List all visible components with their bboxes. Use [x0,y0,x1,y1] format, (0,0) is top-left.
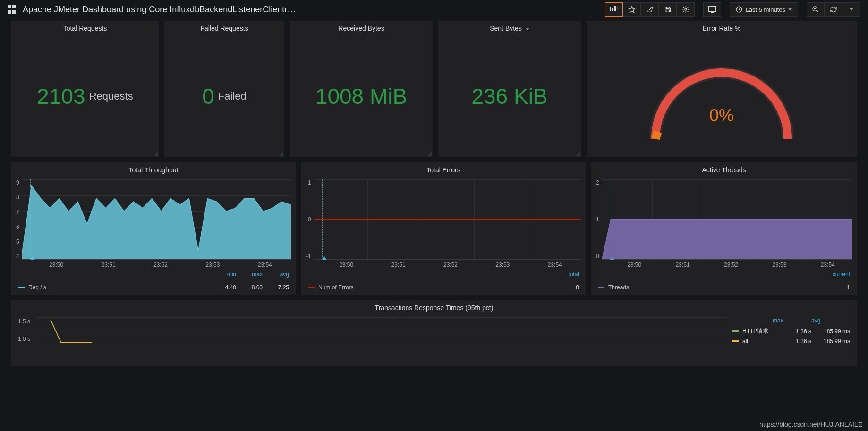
panel-title: Total Throughput [11,162,296,177]
legend-label: HTTP请求 [742,327,773,335]
stat-value: 236 KiB [471,84,547,109]
stat-value: 2103 [37,84,85,109]
panel-failed-requests[interactable]: Failed Requests 0 Failed [164,21,284,157]
y-axis: 10-1 [306,179,314,260]
star-button[interactable] [623,2,641,17]
x-axis: 23:5023:5123:5223:5323:54 [11,260,296,268]
legend-avg: 185.99 ms [811,328,850,335]
legend-item[interactable]: Threads 1 [591,281,857,295]
legend-swatch [308,287,315,288]
svg-line-10 [817,10,818,12]
panel-received-bytes[interactable]: Received Bytes 1008 MiB [290,21,433,157]
panel-title: Total Requests [11,21,159,36]
stat-suffix: Requests [89,90,133,102]
x-axis: 23:5023:5123:5223:5323:54 [301,260,586,268]
dashboard-grid: Total Requests 2103 Requests Failed Requ… [0,19,868,366]
x-axis: 23:5023:5123:5223:5323:54 [591,260,857,268]
legend-label: all [742,338,773,345]
svg-rect-1 [612,8,613,11]
legend-current: 1 [824,284,850,291]
resize-handle[interactable] [279,151,283,156]
panel-title: Active Threads [591,162,857,177]
legend-header: avg [811,317,850,324]
svg-rect-6 [708,7,716,11]
time-range-label: Last 5 minutes [745,6,785,13]
legend-item[interactable]: Num of Errors 0 [301,281,586,295]
panel-title[interactable]: Sent Bytes [438,21,581,36]
panel-total-errors[interactable]: Total Errors 10-1 23:5023:5123:5223:5 [301,162,586,295]
panel-total-requests[interactable]: Total Requests 2103 Requests [11,21,159,157]
panel-response-times[interactable]: Transactions Response Times (95th pct) 1… [11,300,857,366]
legend-max: 1.36 s [773,328,811,335]
legend-swatch [598,287,604,288]
refresh-button[interactable] [825,2,842,17]
y-axis: 987654 [16,179,22,260]
panel-title: Error Rate % [587,21,857,36]
panel-title: Total Errors [301,162,586,177]
svg-marker-4 [629,6,635,12]
settings-button[interactable] [677,2,695,17]
chart-plot[interactable] [314,179,581,260]
legend-swatch [732,330,739,332]
legend-swatch [18,287,25,288]
gauge: 0% [587,36,857,157]
chart-plot[interactable] [602,179,852,260]
toolbar: + [605,2,695,17]
chevron-down-icon [850,8,853,11]
legend-swatch [732,340,739,342]
legend-item[interactable]: all1.36 s185.99 ms [732,337,850,346]
chevron-down-icon [788,8,792,11]
legend-max: 1.36 s [773,338,811,345]
panel-title-text: Sent Bytes [490,25,522,32]
legend: min max avg [11,268,296,281]
panel-sent-bytes[interactable]: Sent Bytes 236 KiB [438,21,581,157]
topbar: Apache JMeter Dashboard using Core Influ… [0,0,868,19]
stat-suffix: Failed [218,90,247,102]
chart-plot[interactable] [22,179,291,260]
svg-rect-2 [614,6,616,11]
share-button[interactable] [641,2,659,17]
chart-plot[interactable] [37,317,727,346]
zoom-out-button[interactable] [807,2,825,17]
dashboard-title[interactable]: Apache JMeter Dashboard using Core Influ… [23,5,296,15]
gauge-value: 0% [709,106,734,126]
legend-item[interactable]: Req / s 4.40 8.60 7.25 [11,281,296,295]
resize-handle[interactable] [427,151,432,156]
legend-label: Req / s [28,284,46,291]
stat-value: 0 [202,84,214,109]
cycle-view-button[interactable] [703,2,721,17]
legend-header: max [773,317,811,324]
chevron-down-icon [526,28,529,30]
panel-title: Received Bytes [290,21,433,36]
legend-avg: 185.99 ms [811,338,850,345]
legend-avg: 7.25 [263,284,289,291]
resize-handle[interactable] [153,151,158,156]
panel-total-throughput[interactable]: Total Throughput 987654 23:5023:5123:522… [11,162,296,295]
stat-value: 1008 MiB [315,84,407,109]
time-range-button[interactable]: Last 5 minutes [730,2,798,17]
resize-handle[interactable] [575,151,580,156]
svg-rect-0 [610,7,611,11]
save-button[interactable] [659,2,677,17]
add-panel-button[interactable]: + [605,2,623,17]
panel-error-rate[interactable]: Error Rate % 0% [587,21,857,157]
legend-min: 4.40 [210,284,236,291]
refresh-interval-button[interactable] [842,2,860,17]
legend: max avg HTTP请求1.36 s185.99 msall1.36 s18… [732,317,850,346]
y-axis: 210 [596,179,602,260]
legend-total: 0 [553,284,579,291]
dashboard-icon[interactable] [8,5,17,14]
svg-text:+: + [616,6,618,10]
svg-point-5 [685,8,687,10]
legend-label: Num of Errors [318,284,354,291]
legend: total [301,268,586,281]
legend-item[interactable]: HTTP请求1.36 s185.99 ms [732,326,850,337]
legend: current [591,268,857,281]
watermark: https://blog.csdn.net/HUJIANLAILE [759,421,862,428]
legend-label: Threads [608,284,629,291]
y-axis: 1.5 s 1.0 s [18,317,32,346]
panel-title: Transactions Response Times (95th pct) [11,300,857,315]
panel-title: Failed Requests [164,21,284,36]
legend-max: 8.60 [236,284,263,291]
panel-active-threads[interactable]: Active Threads 210 23:5023:5123:5223: [591,162,857,295]
